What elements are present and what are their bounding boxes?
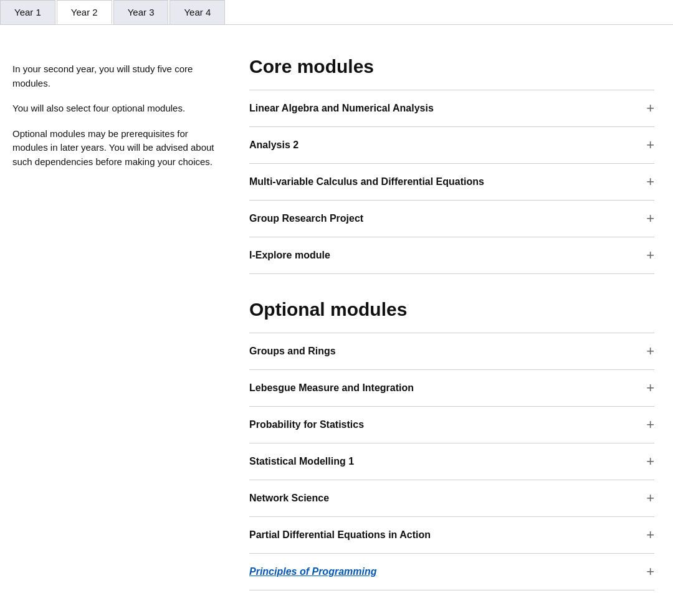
core-modules-list: Linear Algebra and Numerical Analysis + … [249, 90, 654, 274]
core-modules-title: Core modules [249, 56, 654, 77]
expand-icon: + [646, 381, 654, 395]
expand-icon: + [646, 418, 654, 432]
tab-year3[interactable]: Year 3 [113, 0, 169, 24]
sidebar-para1: In your second year, you will study five… [12, 62, 224, 90]
list-item[interactable]: Partial Differential Equations in Action… [249, 516, 654, 553]
tab-year2[interactable]: Year 2 [57, 0, 112, 24]
tab-year4[interactable]: Year 4 [169, 0, 225, 24]
module-name: Group Research Project [249, 213, 363, 224]
list-item[interactable]: Analysis 2 + [249, 126, 654, 163]
main-content: In your second year, you will study five… [0, 25, 673, 616]
modules-content: Core modules Linear Algebra and Numerica… [249, 56, 654, 615]
module-name: Partial Differential Equations in Action [249, 529, 431, 541]
list-item[interactable]: Statistical Modelling 1 + [249, 443, 654, 480]
list-item[interactable]: Lebesgue Measure and Integration + [249, 369, 654, 406]
expand-icon: + [646, 102, 654, 115]
list-item[interactable]: Probability for Statistics + [249, 406, 654, 443]
expand-icon: + [646, 455, 654, 468]
expand-icon: + [646, 138, 654, 152]
expand-icon: + [646, 175, 654, 189]
optional-modules-title: Optional modules [249, 299, 654, 320]
module-name: Analysis 2 [249, 140, 298, 151]
expand-icon: + [646, 212, 654, 225]
module-name: I-Explore module [249, 250, 330, 261]
list-item[interactable]: Principles of Programming + [249, 553, 654, 590]
list-item[interactable]: I-Explore module + [249, 237, 654, 274]
sidebar: In your second year, you will study five… [12, 56, 224, 615]
expand-icon: + [646, 528, 654, 542]
optional-modules-list: Groups and Rings + Lebesgue Measure and … [249, 333, 654, 590]
list-item[interactable]: Group Research Project + [249, 200, 654, 237]
module-name: Groups and Rings [249, 346, 336, 357]
expand-icon: + [646, 565, 654, 579]
expand-icon: + [646, 249, 654, 262]
module-name: Linear Algebra and Numerical Analysis [249, 103, 434, 114]
year-tabs: Year 1 Year 2 Year 3 Year 4 [0, 0, 673, 25]
list-item[interactable]: Linear Algebra and Numerical Analysis + [249, 90, 654, 126]
list-item[interactable]: Groups and Rings + [249, 333, 654, 369]
tab-year1[interactable]: Year 1 [0, 0, 55, 24]
module-name: Network Science [249, 493, 329, 504]
list-item[interactable]: Multi-variable Calculus and Differential… [249, 163, 654, 200]
expand-icon: + [646, 344, 654, 358]
list-item[interactable]: Network Science + [249, 480, 654, 516]
module-name: Probability for Statistics [249, 419, 364, 430]
sidebar-para3: Optional modules may be prerequisites fo… [12, 127, 224, 169]
module-name-link[interactable]: Principles of Programming [249, 566, 376, 577]
module-name: Multi-variable Calculus and Differential… [249, 176, 484, 187]
sidebar-para2: You will also select four optional modul… [12, 102, 224, 116]
module-name: Lebesgue Measure and Integration [249, 382, 414, 394]
expand-icon: + [646, 491, 654, 505]
module-name: Statistical Modelling 1 [249, 456, 354, 467]
